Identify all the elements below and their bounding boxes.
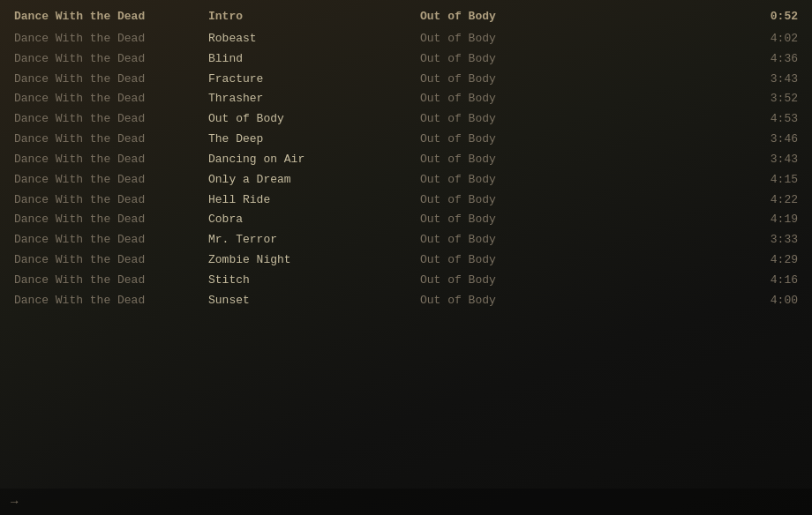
track-duration: 4:53: [597, 111, 798, 128]
track-row[interactable]: Dance With the DeadThrasherOut of Body3:…: [0, 89, 812, 109]
track-title: Blind: [208, 51, 420, 68]
track-artist: Dance With the Dead: [14, 293, 208, 310]
track-duration: 4:00: [597, 293, 798, 310]
track-artist: Dance With the Dead: [14, 272, 208, 289]
track-row[interactable]: Dance With the DeadThe DeepOut of Body3:…: [0, 130, 812, 150]
track-album: Out of Body: [420, 71, 597, 88]
track-album: Out of Body: [420, 152, 597, 168]
track-title: Robeast: [208, 31, 420, 48]
track-duration: 4:36: [597, 51, 798, 68]
track-album: Out of Body: [420, 172, 597, 189]
track-title: The Deep: [208, 131, 420, 148]
track-duration: 3:43: [597, 152, 798, 168]
track-album: Out of Body: [420, 272, 597, 289]
track-row[interactable]: Dance With the DeadCobraOut of Body4:19: [0, 210, 812, 230]
header-title: Intro: [208, 9, 420, 26]
track-artist: Dance With the Dead: [14, 91, 208, 108]
track-artist: Dance With the Dead: [14, 51, 208, 68]
track-row[interactable]: Dance With the DeadMr. TerrorOut of Body…: [0, 230, 812, 250]
track-duration: 4:29: [597, 252, 798, 269]
track-artist: Dance With the Dead: [14, 31, 208, 48]
track-title: Cobra: [208, 212, 420, 228]
track-duration: 4:19: [597, 212, 798, 228]
track-album: Out of Body: [420, 31, 597, 48]
track-duration: 4:15: [597, 172, 798, 189]
track-artist: Dance With the Dead: [14, 252, 208, 269]
track-album: Out of Body: [420, 91, 597, 108]
track-album: Out of Body: [420, 131, 597, 148]
track-artist: Dance With the Dead: [14, 212, 208, 228]
header-artist: Dance With the Dead: [14, 9, 208, 26]
track-title: Out of Body: [208, 111, 420, 128]
track-row[interactable]: Dance With the DeadRobeastOut of Body4:0…: [0, 29, 812, 49]
track-duration: 3:43: [597, 71, 798, 88]
track-artist: Dance With the Dead: [14, 192, 208, 209]
track-row[interactable]: Dance With the DeadOnly a DreamOut of Bo…: [0, 170, 812, 190]
track-duration: 3:46: [597, 131, 798, 148]
track-list-header: Dance With the Dead Intro Out of Body 0:…: [0, 7, 812, 27]
track-artist: Dance With the Dead: [14, 111, 208, 128]
track-album: Out of Body: [420, 293, 597, 310]
track-album: Out of Body: [420, 192, 597, 209]
track-title: Dancing on Air: [208, 152, 420, 168]
header-album: Out of Body: [420, 9, 597, 26]
track-artist: Dance With the Dead: [14, 71, 208, 88]
track-artist: Dance With the Dead: [14, 152, 208, 168]
track-row[interactable]: Dance With the DeadOut of BodyOut of Bod…: [0, 109, 812, 130]
track-list: Dance With the Dead Intro Out of Body 0:…: [0, 0, 812, 318]
track-album: Out of Body: [420, 212, 597, 228]
track-duration: 3:33: [597, 232, 798, 249]
track-title: Stitch: [208, 272, 420, 289]
track-row[interactable]: Dance With the DeadBlindOut of Body4:36: [0, 49, 812, 70]
track-title: Hell Ride: [208, 192, 420, 209]
track-duration: 4:16: [597, 272, 798, 289]
track-title: Sunset: [208, 293, 420, 310]
track-album: Out of Body: [420, 232, 597, 249]
arrow-icon: →: [11, 495, 18, 509]
track-album: Out of Body: [420, 252, 597, 269]
track-album: Out of Body: [420, 51, 597, 68]
track-row[interactable]: Dance With the DeadHell RideOut of Body4…: [0, 190, 812, 211]
track-title: Fracture: [208, 71, 420, 88]
track-title: Mr. Terror: [208, 232, 420, 249]
track-row[interactable]: Dance With the DeadDancing on AirOut of …: [0, 150, 812, 170]
track-title: Only a Dream: [208, 172, 420, 189]
track-row[interactable]: Dance With the DeadZombie NightOut of Bo…: [0, 250, 812, 271]
track-duration: 4:02: [597, 31, 798, 48]
track-artist: Dance With the Dead: [14, 232, 208, 249]
track-duration: 4:22: [597, 192, 798, 209]
track-album: Out of Body: [420, 111, 597, 128]
track-row[interactable]: Dance With the DeadSunsetOut of Body4:00: [0, 291, 812, 311]
track-row[interactable]: Dance With the DeadFractureOut of Body3:…: [0, 70, 812, 90]
track-title: Thrasher: [208, 91, 420, 108]
track-title: Zombie Night: [208, 252, 420, 269]
track-row[interactable]: Dance With the DeadStitchOut of Body4:16: [0, 271, 812, 291]
bottom-bar: →: [0, 489, 812, 515]
header-duration: 0:52: [597, 9, 798, 26]
track-artist: Dance With the Dead: [14, 131, 208, 148]
track-duration: 3:52: [597, 91, 798, 108]
track-artist: Dance With the Dead: [14, 172, 208, 189]
